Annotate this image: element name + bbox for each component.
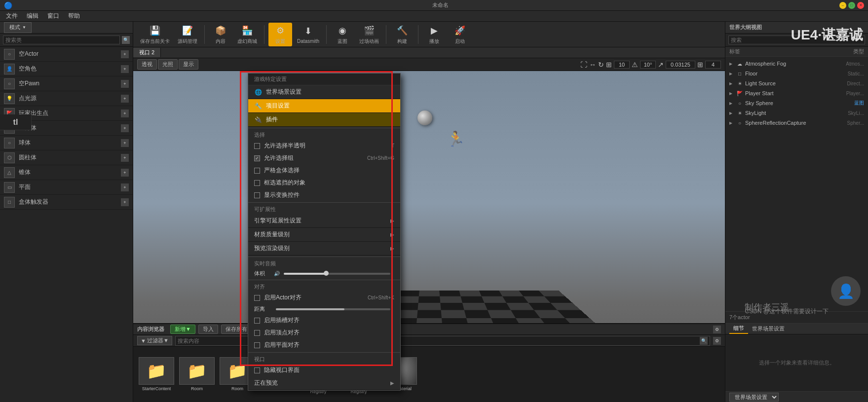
sphere-add-button[interactable]: + bbox=[121, 139, 129, 147]
hide-viewport-ui-check[interactable]: 隐藏视口界面 bbox=[248, 364, 400, 376]
save-all-button[interactable]: 保存所有 bbox=[221, 325, 252, 334]
placement-item-plane[interactable]: ▭ 平面 + bbox=[0, 180, 133, 195]
content-browser-end-button[interactable]: ⚙ bbox=[713, 337, 721, 345]
cube-add-button[interactable]: + bbox=[121, 124, 129, 132]
actor-snap-checkbox[interactable] bbox=[254, 295, 260, 301]
maximize-button[interactable]: □ bbox=[848, 2, 855, 9]
placement-item-empty-character[interactable]: 👤 空角色 + bbox=[0, 62, 133, 76]
viewport-show-button[interactable]: 显示 bbox=[179, 59, 198, 70]
distance-slider[interactable] bbox=[276, 308, 390, 310]
allow-translucent-checkbox[interactable] bbox=[254, 143, 260, 149]
content-search-icon[interactable]: 🔍 bbox=[700, 337, 708, 345]
viewport-rotate-icon[interactable]: ↻ bbox=[598, 61, 604, 69]
engine-scalability-item[interactable]: 引擎可延展性设置 ▶ bbox=[248, 214, 400, 228]
tree-item-player-start[interactable]: ▶ 🚩 Player Start Player... bbox=[725, 88, 868, 98]
viewport-scale-icon[interactable]: ⊞ bbox=[606, 61, 612, 69]
placement-item-cone[interactable]: △ 锥体 + bbox=[0, 165, 133, 180]
expand-icon[interactable]: ↗ bbox=[658, 61, 664, 69]
content-button[interactable]: 📦 内容 bbox=[209, 23, 232, 46]
launch-button[interactable]: 🚀 启动 bbox=[448, 23, 472, 46]
menu-help[interactable]: 帮助 bbox=[64, 11, 84, 21]
camera-speed-input[interactable] bbox=[705, 61, 721, 69]
plane-add-button[interactable]: + bbox=[121, 183, 129, 191]
viewport-tab-2[interactable]: 视口 2 bbox=[133, 48, 161, 57]
scale-input[interactable] bbox=[666, 61, 695, 69]
world-scene-select[interactable]: 世界场景设置 bbox=[729, 393, 779, 402]
volume-slider-track[interactable] bbox=[284, 273, 390, 275]
show-transform-checkbox[interactable] bbox=[254, 192, 260, 198]
menu-edit[interactable]: 编辑 bbox=[23, 11, 42, 21]
viewport-lighting-button[interactable]: 光照 bbox=[158, 59, 178, 70]
show-transform-widget-check[interactable]: 显示变换控件 bbox=[248, 189, 400, 201]
placement-item-empty-actor[interactable]: ○ 空Actor + bbox=[0, 47, 133, 62]
placement-item-cylinder[interactable]: ⬡ 圆柱体 + bbox=[0, 150, 133, 165]
enable-plane-snap-check[interactable]: 启用平面对齐 bbox=[248, 339, 400, 351]
tree-item-floor[interactable]: ▶ □ Floor Static... bbox=[725, 69, 868, 78]
world-outliner-search-input[interactable] bbox=[728, 36, 865, 44]
marketplace-button[interactable]: 🏪 虚幻商城 bbox=[234, 23, 260, 46]
cone-add-button[interactable]: + bbox=[121, 169, 129, 177]
viewport-maximize-icon[interactable]: ⛶ bbox=[580, 61, 587, 69]
socket-snap-checkbox[interactable] bbox=[254, 318, 260, 324]
tree-item-sky-sphere[interactable]: ▶ ○ Sky Sphere 蓝图 bbox=[725, 98, 868, 108]
material-quality-item[interactable]: 材质质量级别 ▶ bbox=[248, 228, 400, 242]
point-light-add-button[interactable]: + bbox=[121, 95, 129, 103]
placement-item-sphere[interactable]: ○ 球体 + bbox=[0, 136, 133, 150]
placement-item-empty-pawn[interactable]: ○ 空Pawn + bbox=[0, 76, 133, 91]
new-add-button[interactable]: 新增▼ bbox=[170, 325, 195, 334]
viewport-transform-icon[interactable]: ↔ bbox=[589, 61, 596, 69]
allow-group-selection-check[interactable]: ✓ 允许选择组 Ctrl+Shift+G bbox=[248, 152, 400, 164]
mode-dropdown-button[interactable]: 模式 ▼ bbox=[4, 22, 32, 33]
rotation-step-input[interactable] bbox=[640, 61, 656, 69]
source-control-button[interactable]: 📝 源码管理 bbox=[175, 23, 200, 46]
empty-actor-add-button[interactable]: + bbox=[121, 50, 129, 58]
preview-item[interactable]: 正在预览 ▶ bbox=[248, 376, 400, 390]
strict-box-selection-check[interactable]: 严格盒体选择 bbox=[248, 164, 400, 177]
placement-item-box-trigger[interactable]: □ 盒体触发器 + bbox=[0, 195, 133, 210]
hide-viewport-ui-checkbox[interactable] bbox=[254, 367, 260, 373]
settings-button[interactable]: ⚙ 设置 bbox=[268, 23, 292, 46]
blueprint-button[interactable]: ◉ 蓝图 bbox=[331, 23, 354, 46]
enable-socket-snap-check[interactable]: 启用插槽对齐 bbox=[248, 314, 400, 327]
tree-item-atmospheric-fog[interactable]: ▶ ☁ Atmospheric Fog Atmos... bbox=[725, 59, 868, 69]
empty-pawn-add-button[interactable]: + bbox=[121, 80, 129, 88]
volume-slider-handle[interactable] bbox=[324, 271, 329, 276]
placement-search-input[interactable] bbox=[3, 36, 120, 44]
strict-box-checkbox[interactable] bbox=[254, 168, 260, 174]
player-start-add-button[interactable]: + bbox=[121, 110, 129, 117]
empty-character-add-button[interactable]: + bbox=[121, 65, 129, 73]
details-tab-world-settings[interactable]: 世界场景设置 bbox=[748, 324, 789, 333]
vertex-snap-checkbox[interactable] bbox=[254, 330, 260, 336]
minimize-button[interactable]: – bbox=[839, 2, 846, 9]
allow-translucent-selection-check[interactable]: 允许选择半透明 T bbox=[248, 140, 400, 152]
datasmith-button[interactable]: ⬇ Datasmith bbox=[294, 23, 322, 45]
plugins-item[interactable]: 🔌 插件 bbox=[248, 113, 400, 127]
save-level-button[interactable]: 💾 保存当前关卡 bbox=[137, 23, 173, 46]
tree-item-light-source[interactable]: ▶ ☀ Light Source Direct... bbox=[725, 78, 868, 88]
enable-vertex-snap-check[interactable]: 启用顶点对齐 bbox=[248, 327, 400, 339]
allow-group-checkbox[interactable]: ✓ bbox=[254, 155, 260, 161]
grid-icon[interactable]: ⊞ bbox=[697, 61, 703, 69]
viewport-perspective-button[interactable]: 透视 bbox=[137, 59, 157, 70]
close-button[interactable]: ✕ bbox=[857, 2, 864, 9]
menu-window[interactable]: 窗口 bbox=[43, 11, 63, 21]
details-tab-details[interactable]: 细节 bbox=[729, 324, 748, 334]
enable-actor-snap-check[interactable]: 启用Actor对齐 Ctrl+Shift+K bbox=[248, 292, 400, 304]
cb-item-room-1[interactable]: 📁 Room bbox=[178, 356, 216, 393]
box-select-occluded-check[interactable]: 框选遮挡的对象 bbox=[248, 177, 400, 189]
cylinder-add-button[interactable]: + bbox=[121, 154, 129, 162]
grid-size-input[interactable] bbox=[614, 61, 630, 69]
box-trigger-add-button[interactable]: + bbox=[121, 198, 129, 206]
import-button[interactable]: 导入 bbox=[198, 325, 218, 334]
play-button[interactable]: ▶ 播放 bbox=[422, 23, 446, 46]
preview-render-item[interactable]: 预览渲染级别 ▶ bbox=[248, 242, 400, 256]
menu-file[interactable]: 文件 bbox=[2, 11, 22, 21]
plane-snap-checkbox[interactable] bbox=[254, 342, 260, 348]
cb-item-starter-content[interactable]: 📁 StarterContent bbox=[137, 356, 176, 393]
cinematics-button[interactable]: 🎬 过场动画 bbox=[356, 23, 382, 46]
tree-item-sphere-reflection[interactable]: ▶ ○ SphereReflectionCapture Spher... bbox=[725, 118, 868, 128]
project-settings-item[interactable]: 🔧 项目设置 bbox=[248, 99, 400, 113]
world-settings-item[interactable]: 🌐 世界场景设置 bbox=[248, 85, 400, 99]
content-browser-settings-button[interactable]: ⚙ bbox=[713, 326, 721, 333]
placement-search-button[interactable]: 🔍 bbox=[122, 36, 130, 44]
